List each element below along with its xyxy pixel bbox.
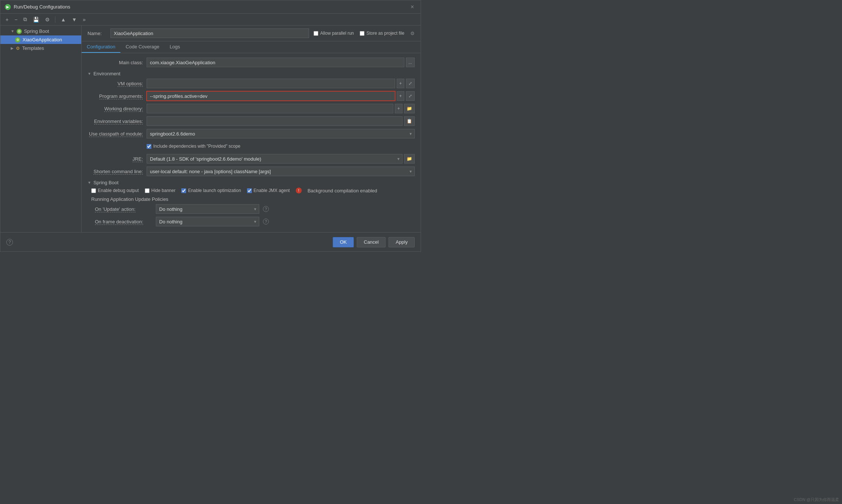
toolbar-separator xyxy=(55,16,55,23)
sidebar-item-spring-boot[interactable]: ▼ ⚙ Spring Boot xyxy=(0,27,81,35)
include-deps-checkbox[interactable] xyxy=(147,144,151,149)
help-button[interactable]: ? xyxy=(6,239,13,246)
hide-banner-label: Hide banner xyxy=(151,188,175,193)
hide-banner-checkbox-label[interactable]: Hide banner xyxy=(145,188,175,193)
shorten-cmd-dropdown-wrapper: user-local default: none - java [options… xyxy=(147,167,415,176)
dialog-title: Run/Debug Configurations xyxy=(14,4,70,10)
spring-boot-collapse-icon: ▼ xyxy=(88,181,91,185)
vm-options-label: VM options: xyxy=(88,81,147,86)
content-area: Name: Allow parallel run Store as projec… xyxy=(82,25,421,232)
on-frame-dropdown[interactable]: Do nothing xyxy=(156,217,259,226)
move-up-button[interactable]: ▲ xyxy=(58,16,68,24)
enable-debug-checkbox-label[interactable]: Enable debug output xyxy=(91,188,139,193)
enable-jmx-checkbox[interactable] xyxy=(247,188,252,193)
tab-logs[interactable]: Logs xyxy=(164,41,185,53)
bottom-buttons: OK Cancel Apply xyxy=(333,237,415,247)
on-frame-help-icon[interactable]: ? xyxy=(263,219,269,224)
main-class-browse-button[interactable]: ... xyxy=(406,58,415,67)
store-as-project-file-checkbox[interactable] xyxy=(360,31,364,36)
settings-button[interactable]: ⚙ xyxy=(43,16,52,24)
jre-dropdown[interactable]: Default (1.8 - SDK of 'springboot2.6.6de… xyxy=(147,154,403,164)
shorten-cmd-row: Shorten command line: user-local default… xyxy=(88,167,415,176)
sidebar-item-label: Templates xyxy=(22,45,44,51)
enable-debug-label: Enable debug output xyxy=(98,188,139,193)
apply-button[interactable]: Apply xyxy=(389,237,415,247)
spring-boot-section-header[interactable]: ▼ Spring Boot xyxy=(88,180,415,185)
bg-compilation-label: Background compilation enabled xyxy=(308,188,377,193)
shorten-cmd-dropdown[interactable]: user-local default: none - java [options… xyxy=(147,167,415,176)
enable-launch-label: Enable launch optimization xyxy=(188,188,241,193)
on-frame-dropdown-wrapper: Do nothing ▼ xyxy=(156,217,259,226)
move-down-button[interactable]: ▼ xyxy=(69,16,79,24)
environment-section-label: Environment xyxy=(93,71,120,76)
enable-debug-checkbox[interactable] xyxy=(91,188,96,193)
tab-code-coverage[interactable]: Code Coverage xyxy=(120,41,164,53)
toolbar: + − ⧉ 💾 ⚙ ▲ ▼ » xyxy=(0,14,421,25)
classpath-label: Use classpath of module: xyxy=(88,131,147,137)
on-update-help-icon[interactable]: ? xyxy=(263,206,269,212)
sidebar-item-label: Spring Boot xyxy=(24,28,49,34)
program-args-expand-button[interactable]: ⤢ xyxy=(406,91,415,101)
env-vars-browse-button[interactable]: 📋 xyxy=(404,116,415,126)
enable-jmx-checkbox-label[interactable]: Enable JMX agent xyxy=(247,188,290,193)
ok-button[interactable]: OK xyxy=(333,237,354,247)
store-as-project-file-label[interactable]: Store as project file xyxy=(360,31,404,36)
add-config-button[interactable]: + xyxy=(3,16,11,24)
remove-config-button[interactable]: − xyxy=(12,16,20,24)
jre-browse-button[interactable]: 📁 xyxy=(404,154,415,164)
allow-parallel-run-label[interactable]: Allow parallel run xyxy=(314,31,354,36)
spring-boot-checkboxes: Enable debug output Hide banner Enable l… xyxy=(91,188,415,193)
spring-app-icon: ⚙ xyxy=(15,37,20,42)
hide-banner-checkbox[interactable] xyxy=(145,188,150,193)
title-bar: ▶ Run/Debug Configurations × xyxy=(0,0,421,14)
settings-gear-icon[interactable]: ⚙ xyxy=(410,31,415,36)
vm-options-add-button[interactable]: + xyxy=(397,79,404,88)
include-deps-checkbox-label[interactable]: Include dependencies with "Provided" sco… xyxy=(147,144,240,149)
program-args-row: Program arguments: + ⤢ xyxy=(88,91,415,101)
classpath-dropdown-wrapper: springboot2.6.6demo ▼ xyxy=(147,129,415,138)
chevron-right-icon: ▶ xyxy=(11,46,14,50)
folder-icon: ⚙ xyxy=(16,46,20,51)
allow-parallel-run-checkbox[interactable] xyxy=(314,31,318,36)
working-dir-add-button[interactable]: + xyxy=(395,104,403,113)
sidebar-item-xiaoge-app[interactable]: ⚙ XiaoGeApplication xyxy=(0,35,81,44)
classpath-dropdown[interactable]: springboot2.6.6demo xyxy=(147,129,415,138)
sidebar-item-templates[interactable]: ▶ ⚙ Templates xyxy=(0,44,81,52)
update-policies-title: Running Application Update Policies xyxy=(91,196,415,202)
program-args-label: Program arguments: xyxy=(88,93,147,99)
on-update-dropdown-wrapper: Do nothing ▼ xyxy=(156,204,259,214)
vm-options-expand-button[interactable]: ⤢ xyxy=(406,79,415,88)
environment-section-header[interactable]: ▼ Environment xyxy=(88,71,415,76)
vm-options-input[interactable] xyxy=(147,79,395,88)
env-vars-input[interactable] xyxy=(147,116,403,126)
enable-jmx-label: Enable JMX agent xyxy=(254,188,290,193)
shorten-cmd-label: Shorten command line: xyxy=(88,169,147,174)
env-vars-row: Environment variables: 📋 xyxy=(88,116,415,126)
app-icon: ▶ xyxy=(5,4,11,10)
working-dir-row: Working directory: + 📁 xyxy=(88,104,415,113)
title-bar-left: ▶ Run/Debug Configurations xyxy=(5,4,70,10)
enable-launch-checkbox-label[interactable]: Enable launch optimization xyxy=(181,188,241,193)
cancel-button[interactable]: Cancel xyxy=(357,237,386,247)
working-dir-browse-button[interactable]: 📁 xyxy=(404,104,415,113)
main-class-input[interactable] xyxy=(147,58,404,67)
bg-compilation-error-icon: ! xyxy=(296,188,302,193)
copy-config-button[interactable]: ⧉ xyxy=(21,15,29,24)
program-args-add-button[interactable]: + xyxy=(397,91,404,101)
save-config-button[interactable]: 💾 xyxy=(31,16,41,24)
enable-launch-checkbox[interactable] xyxy=(181,188,186,193)
env-vars-label: Environment variables: xyxy=(88,119,147,124)
program-args-input[interactable] xyxy=(147,91,395,101)
on-update-dropdown[interactable]: Do nothing xyxy=(156,204,259,214)
close-button[interactable]: × xyxy=(408,3,416,11)
working-dir-input[interactable] xyxy=(147,104,393,113)
header-options: Allow parallel run Store as project file… xyxy=(314,31,415,36)
tab-configuration[interactable]: Configuration xyxy=(82,41,120,53)
more-button[interactable]: » xyxy=(81,16,88,24)
run-debug-dialog: ▶ Run/Debug Configurations × + − ⧉ 💾 ⚙ ▲… xyxy=(0,0,421,252)
spring-icon: ⚙ xyxy=(17,29,22,34)
form-area: Main class: ... ▼ Environment VM options… xyxy=(82,53,421,232)
name-input[interactable] xyxy=(110,28,309,38)
jre-label: JRE: xyxy=(88,156,147,162)
working-dir-input-group: + 📁 xyxy=(147,104,415,113)
